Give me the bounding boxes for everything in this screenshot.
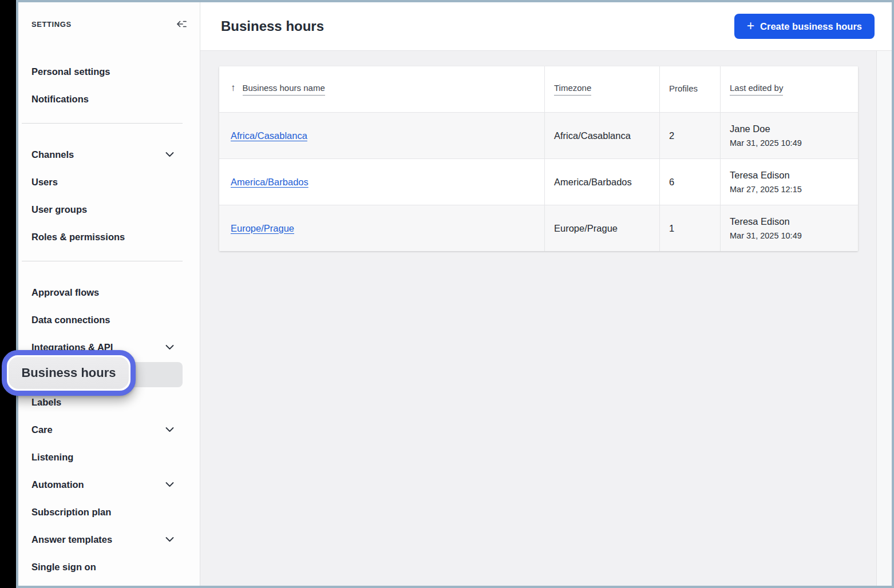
timezone-value: Europe/Prague [554, 223, 618, 234]
app-window: SETTINGS Personal settingsNotificationsC… [16, 0, 894, 588]
last-edited-cell: Teresa EdisonMar 31, 2025 10:49 [721, 205, 858, 251]
sidebar-item-label: Listening [31, 452, 73, 463]
sidebar-item-label: Channels [31, 149, 74, 160]
timezone-cell: America/Barbados [545, 159, 660, 205]
sidebar-item-label: Automation [31, 479, 84, 490]
screenshot-canvas: SETTINGS Personal settingsNotificationsC… [0, 0, 894, 588]
sidebar-item-care[interactable]: Care [21, 416, 183, 443]
callout-label: Business hours [21, 365, 116, 380]
column-header-label: Timezone [554, 83, 591, 96]
column-header-last-edited-by[interactable]: Last edited by [721, 66, 858, 112]
sidebar-item-label: Care [31, 424, 53, 435]
profiles-count: 6 [669, 177, 674, 188]
business-hours-table: ↑Business hours nameTimezoneProfilesLast… [219, 66, 858, 251]
last-edited-date: Mar 31, 2025 10:49 [730, 231, 802, 240]
sidebar-item-label: Personal settings [31, 66, 110, 77]
sidebar-item-notifications[interactable]: Notifications [21, 85, 183, 113]
sidebar-item-label: Roles & permissions [31, 232, 125, 243]
sidebar-item-label: Answer templates [31, 534, 112, 545]
plus-icon: + [747, 19, 754, 33]
table-row: Europe/PragueEurope/Prague1Teresa Edison… [219, 205, 858, 251]
sort-ascending-icon: ↑ [231, 82, 236, 94]
chevron-down-icon [165, 535, 175, 545]
timezone-cell: Africa/Casablanca [545, 113, 660, 158]
last-edited-date: Mar 31, 2025 10:49 [730, 138, 802, 148]
create-button-label: Create business hours [760, 21, 862, 32]
chevron-down-icon [165, 425, 175, 435]
business-hours-name-link[interactable]: Africa/Casablanca [231, 130, 307, 141]
business-hours-name-cell: Africa/Casablanca [219, 113, 545, 158]
business-hours-name-link[interactable]: Europe/Prague [231, 223, 294, 234]
sidebar-item-answer-templates[interactable]: Answer templates [21, 526, 183, 553]
column-header-timezone[interactable]: Timezone [545, 66, 660, 112]
sidebar-divider [22, 261, 183, 261]
sidebar-item-channels[interactable]: Channels [21, 141, 183, 168]
callout-highlight-pill: Business hours [9, 357, 129, 389]
table-row: America/BarbadosAmerica/Barbados6Teresa … [219, 158, 858, 205]
column-header-profiles: Profiles [660, 66, 721, 112]
sidebar-item-label: Approval flows [31, 287, 99, 298]
last-edited-date: Mar 27, 2025 12:15 [730, 185, 802, 194]
main-area: Business hours + Create business hours ↑… [200, 2, 892, 586]
table-header-row: ↑Business hours nameTimezoneProfilesLast… [219, 66, 858, 112]
last-edited-name: Jane Doe [730, 124, 770, 134]
business-hours-name-cell: America/Barbados [219, 159, 545, 205]
sidebar-item-label: Single sign on [31, 562, 96, 573]
settings-sidebar: SETTINGS Personal settingsNotificationsC… [18, 2, 200, 586]
timezone-value: America/Barbados [554, 177, 632, 188]
sidebar-item-label: Users [31, 177, 58, 188]
sidebar-item-subscription-plan[interactable]: Subscription plan [21, 498, 183, 526]
sidebar-item-label: Subscription plan [31, 507, 111, 518]
sidebar-item-users[interactable]: Users [21, 168, 183, 196]
sidebar-item-label: Data connections [31, 315, 110, 325]
last-edited-name: Teresa Edison [730, 216, 790, 227]
chevron-down-icon [165, 480, 175, 490]
business-hours-callout: Business hours [2, 350, 136, 396]
column-header-label: Last edited by [730, 83, 783, 96]
last-edited-name: Teresa Edison [730, 170, 790, 181]
sidebar-item-approval-flows[interactable]: Approval flows [21, 279, 183, 306]
page-title: Business hours [221, 18, 324, 34]
create-business-hours-button[interactable]: + Create business hours [734, 14, 875, 39]
sidebar-item-roles-permissions[interactable]: Roles & permissions [21, 223, 183, 251]
profiles-count: 1 [669, 223, 674, 234]
chevron-down-icon [165, 150, 175, 160]
column-header-label: Business hours name [243, 83, 325, 96]
sidebar-item-label: Notifications [31, 94, 89, 105]
table-row: Africa/CasablancaAfrica/Casablanca2Jane … [219, 112, 858, 158]
sidebar-item-listening[interactable]: Listening [21, 443, 183, 471]
sidebar-header: SETTINGS [18, 17, 200, 31]
last-edited-cell: Jane DoeMar 31, 2025 10:49 [721, 113, 858, 158]
sidebar-item-label: User groups [31, 204, 87, 215]
sidebar-item-label: Labels [31, 397, 61, 408]
sidebar-divider [22, 123, 183, 124]
profiles-cell: 2 [660, 113, 721, 158]
business-hours-name-link[interactable]: America/Barbados [231, 177, 308, 188]
profiles-cell: 6 [660, 159, 721, 205]
sidebar-item-single-sign-on[interactable]: Single sign on [21, 553, 183, 581]
sidebar-title: SETTINGS [31, 20, 72, 29]
page-header: Business hours + Create business hours [200, 2, 892, 51]
profiles-cell: 1 [660, 205, 721, 251]
sidebar-item-personal-settings[interactable]: Personal settings [21, 58, 183, 85]
scrollbar-gutter[interactable] [876, 51, 892, 586]
timezone-cell: Europe/Prague [545, 205, 660, 251]
timezone-value: Africa/Casablanca [554, 130, 631, 141]
profiles-count: 2 [669, 130, 674, 141]
content-area: ↑Business hours nameTimezoneProfilesLast… [200, 51, 892, 586]
table-body: Africa/CasablancaAfrica/Casablanca2Jane … [219, 112, 858, 251]
collapse-sidebar-icon[interactable] [176, 18, 187, 30]
sidebar-item-user-groups[interactable]: User groups [21, 196, 183, 223]
column-header-business-hours-name[interactable]: ↑Business hours name [219, 66, 545, 112]
last-edited-cell: Teresa EdisonMar 27, 2025 12:15 [721, 159, 858, 205]
sidebar-item-automation[interactable]: Automation [21, 471, 183, 498]
sidebar-item-data-connections[interactable]: Data connections [21, 306, 183, 333]
column-header-label: Profiles [669, 84, 698, 96]
sidebar-nav: Personal settingsNotificationsChannelsUs… [18, 58, 200, 581]
chevron-down-icon [165, 343, 175, 352]
business-hours-name-cell: Europe/Prague [219, 205, 545, 251]
